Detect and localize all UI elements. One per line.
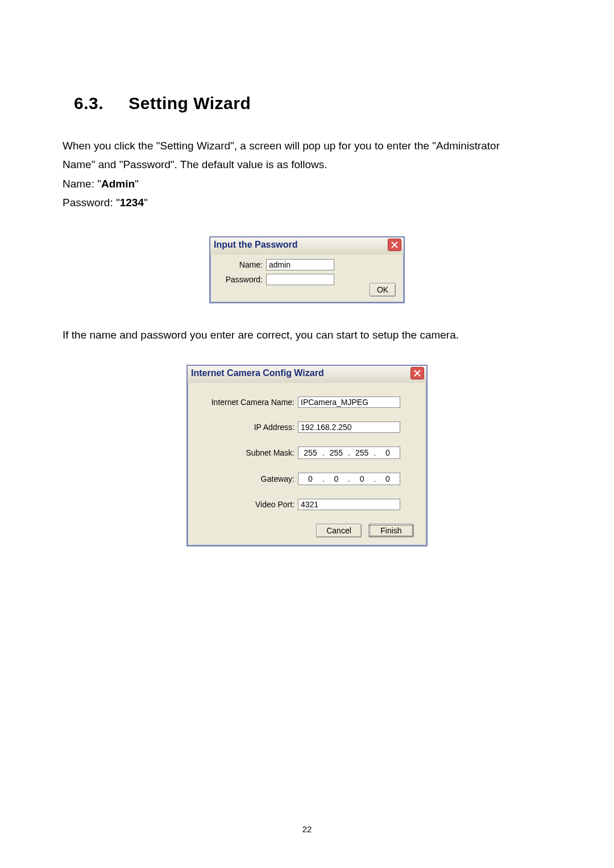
subnet-mask-input[interactable]: 255 . 255 . 255 . 0 bbox=[298, 446, 400, 459]
ip-dot: . bbox=[322, 474, 325, 483]
gateway-label: Gateway: bbox=[198, 474, 298, 483]
gateway-octet-2: 0 bbox=[327, 474, 345, 483]
password-dialog-title: Input the Password bbox=[214, 240, 298, 250]
section-heading: 6.3. Setting Wizard bbox=[74, 94, 551, 113]
mid-paragraph: If the name and password you enter are c… bbox=[63, 326, 551, 344]
ip-dot: . bbox=[322, 448, 325, 457]
subnet-octet-4: 0 bbox=[379, 448, 396, 457]
default-name-line: Name: "Admin" bbox=[63, 175, 551, 193]
section-title: Setting Wizard bbox=[128, 94, 251, 112]
password-dialog-body: Name: Password: OK bbox=[210, 254, 404, 302]
section-number: 6.3. bbox=[74, 94, 103, 112]
close-icon bbox=[414, 370, 421, 377]
ip-dot: . bbox=[373, 474, 376, 483]
gateway-octet-3: 0 bbox=[354, 474, 371, 483]
document-page: 6.3. Setting Wizard When you click the "… bbox=[0, 0, 614, 868]
password-dialog: Input the Password Name: Password: OK bbox=[209, 236, 405, 303]
default-name-value: Admin bbox=[101, 178, 135, 190]
video-port-input[interactable] bbox=[298, 499, 400, 510]
ip-address-input[interactable] bbox=[298, 422, 400, 433]
camera-name-label: Internet Camera Name: bbox=[198, 398, 298, 407]
video-port-label: Video Port: bbox=[198, 500, 298, 509]
subnet-octet-1: 255 bbox=[302, 448, 319, 457]
default-password-label: Password: " bbox=[63, 197, 120, 208]
page-number: 22 bbox=[0, 824, 614, 834]
close-button[interactable] bbox=[388, 239, 401, 251]
config-wizard-dialog: Internet Camera Config Wizard Internet C… bbox=[186, 365, 428, 546]
subnet-mask-label: Subnet Mask: bbox=[198, 448, 298, 457]
ip-address-label: IP Address: bbox=[198, 423, 298, 432]
ip-dot: . bbox=[373, 448, 376, 457]
intro-paragraph-line1: When you click the "Setting Wizard", a s… bbox=[63, 137, 551, 155]
config-wizard-titlebar: Internet Camera Config Wizard bbox=[188, 366, 426, 383]
default-password-line: Password: "1234" bbox=[63, 194, 551, 211]
close-icon bbox=[391, 241, 398, 248]
default-password-close: " bbox=[144, 197, 148, 208]
default-name-close: " bbox=[135, 178, 139, 190]
ok-button[interactable]: OK bbox=[370, 283, 396, 297]
gateway-octet-4: 0 bbox=[379, 474, 396, 483]
name-label: Name: bbox=[216, 260, 266, 269]
gateway-octet-1: 0 bbox=[302, 474, 319, 483]
close-button[interactable] bbox=[410, 367, 424, 379]
subnet-octet-2: 255 bbox=[327, 448, 345, 457]
subnet-octet-3: 255 bbox=[354, 448, 371, 457]
cancel-button[interactable]: Cancel bbox=[316, 524, 362, 537]
gateway-input[interactable]: 0 . 0 . 0 . 0 bbox=[298, 473, 400, 485]
default-password-value: 1234 bbox=[120, 197, 144, 208]
password-input[interactable] bbox=[266, 274, 334, 285]
name-input[interactable] bbox=[266, 259, 334, 270]
default-name-label: Name: " bbox=[63, 178, 101, 190]
password-dialog-titlebar: Input the Password bbox=[210, 237, 404, 254]
config-wizard-title: Internet Camera Config Wizard bbox=[191, 368, 324, 378]
password-label: Password: bbox=[216, 275, 266, 284]
intro-paragraph-line2: Name" and "Password". The default value … bbox=[63, 156, 551, 173]
ip-dot: . bbox=[347, 448, 351, 457]
config-wizard-body: Internet Camera Name: IP Address: Subnet… bbox=[188, 383, 426, 545]
finish-button[interactable]: Finish bbox=[368, 524, 414, 537]
camera-name-input[interactable] bbox=[298, 397, 400, 408]
ip-dot: . bbox=[347, 474, 351, 483]
